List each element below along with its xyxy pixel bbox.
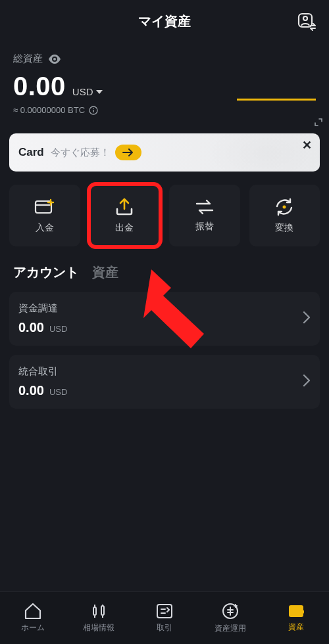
card-banner-sub: 今すぐ応募！ (51, 147, 110, 159)
account-title: 資金調達 (18, 302, 67, 315)
user-swap-icon[interactable] (296, 10, 318, 32)
currency-label: USD (72, 86, 93, 97)
nav-label: 取引 (157, 622, 172, 633)
btc-equivalent: ≈ 0.00000000 BTC (13, 105, 85, 115)
chevron-down-icon (96, 90, 103, 94)
card-banner-title: Card (18, 146, 44, 159)
currency-selector[interactable]: USD (72, 86, 103, 97)
arrow-pill-icon (115, 145, 141, 160)
svg-rect-9 (157, 605, 172, 618)
convert-label: 変換 (275, 222, 293, 234)
svg-point-2 (53, 58, 56, 60)
withdraw-label: 出金 (115, 222, 134, 234)
nav-home[interactable]: ホーム (7, 603, 59, 633)
deposit-icon (34, 197, 56, 217)
account-title: 統合取引 (18, 365, 67, 378)
info-icon[interactable] (89, 106, 98, 115)
nav-trade[interactable]: 取引 (138, 603, 191, 633)
nav-label: 資産運用 (215, 623, 246, 634)
visibility-toggle-icon[interactable] (48, 55, 61, 64)
deposit-button[interactable]: 入金 (9, 185, 80, 246)
expand-icon[interactable] (315, 117, 322, 129)
account-amount: 0.00 (18, 383, 44, 398)
svg-rect-5 (93, 108, 93, 108)
transfer-button[interactable]: 振替 (169, 185, 240, 246)
nav-label: 資産 (288, 622, 304, 633)
trade-icon (155, 603, 174, 620)
tab-accounts[interactable]: アカウント (13, 264, 79, 281)
account-row-unified[interactable]: 統合取引 0.00 USD (9, 355, 320, 409)
total-amount: 0.00 (13, 72, 66, 101)
convert-button[interactable]: 変換 (249, 185, 320, 246)
account-ccy: USD (49, 324, 67, 334)
svg-rect-4 (93, 110, 93, 112)
svg-point-1 (303, 16, 307, 20)
nav-label: 相場情報 (83, 622, 114, 633)
earn-icon (221, 602, 240, 620)
account-row-funding[interactable]: 資金調達 0.00 USD (9, 292, 320, 346)
svg-point-7 (283, 206, 286, 209)
svg-rect-12 (299, 610, 303, 613)
nav-earn[interactable]: 資産運用 (204, 602, 257, 634)
chevron-right-icon (303, 311, 311, 327)
account-amount: 0.00 (18, 320, 44, 335)
home-icon (24, 603, 42, 620)
deposit-label: 入金 (36, 222, 54, 234)
card-banner[interactable]: Card 今すぐ応募！ ✕ (9, 133, 320, 172)
nav-markets[interactable]: 相場情報 (72, 603, 125, 633)
page-title: マイ資産 (138, 12, 191, 30)
total-assets-label: 総資産 (13, 53, 43, 65)
withdraw-button[interactable]: 出金 (89, 185, 161, 246)
transfer-label: 振替 (195, 221, 214, 233)
nav-label: ホーム (21, 622, 45, 633)
close-icon[interactable]: ✕ (300, 139, 313, 152)
withdraw-icon (114, 197, 135, 217)
chevron-right-icon (303, 374, 311, 390)
wallet-icon (287, 603, 305, 619)
candlestick-icon (90, 603, 107, 620)
account-ccy: USD (49, 387, 67, 397)
nav-assets[interactable]: 資産 (270, 603, 322, 633)
transfer-icon (194, 198, 215, 216)
accent-underline (237, 99, 316, 101)
tab-assets[interactable]: 資産 (92, 264, 118, 281)
convert-icon (274, 197, 294, 217)
